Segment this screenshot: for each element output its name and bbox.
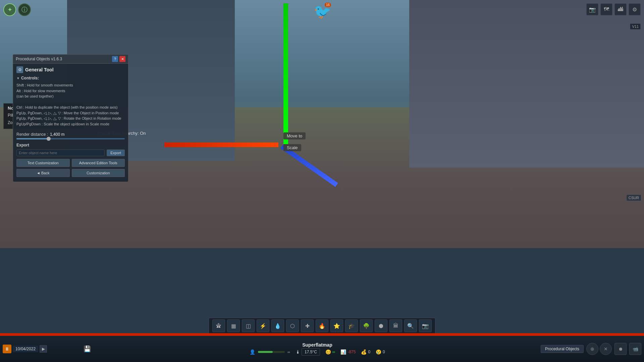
chirper[interactable]: 🐦 16 (314, 3, 330, 20)
customization-button[interactable]: Customization (72, 169, 125, 177)
population-icon: 👤 (250, 349, 255, 355)
action-buttons-row1: Text Customization Advanced Edition Tool… (16, 159, 125, 167)
menu-search[interactable]: 🔍 (404, 319, 417, 332)
tool-icon: ⚙ (16, 66, 23, 73)
menu-monuments[interactable]: 🏛 (389, 319, 402, 332)
pause-button[interactable]: ⏸ (3, 345, 11, 353)
camera-btn[interactable]: 📷 (586, 3, 598, 15)
menu-fire[interactable]: 🔥 (316, 319, 328, 332)
taskbar-nav: ⊕ ✕ (586, 343, 612, 355)
demand-stat: 📊 -875 (340, 349, 356, 355)
happiness-stat: 😊 ∞ (325, 349, 335, 355)
taskbar-right-area: Procedural Objects ⊕ ✕ ⏺ 📹 (541, 343, 644, 355)
top-left-controls: ✦ ⓘ (3, 3, 31, 16)
csur-badge: CSUR (626, 194, 641, 201)
happiness-icon: 😊 (325, 349, 331, 355)
info-button[interactable]: ⓘ (18, 3, 31, 16)
general-tool-title: General Tool (25, 67, 54, 72)
render-distance-value: 1,400 m (50, 132, 64, 137)
building-right (409, 0, 644, 168)
panel-title: Procedural Objects v1.6.3 (16, 57, 62, 61)
po-panel: Procedural Objects v1.6.3 ? ✕ ⚙ General … (13, 54, 128, 182)
controls-scroll-area[interactable]: Shift : Hold for smooth movements Alt : … (16, 82, 125, 129)
bulldoze-button[interactable]: ✦ (3, 3, 16, 16)
city-name: Superflatmap (302, 342, 332, 348)
taskbar-stats: 👤 ∞ 🌡 17.5°C 😊 ∞ 📊 -875 💰 0 😢 (250, 348, 385, 356)
speed-forward-button[interactable]: ▶ (40, 345, 47, 353)
money-value: 0 (368, 350, 370, 354)
controls-header: ▼ Controls: (16, 76, 125, 80)
export-input[interactable] (16, 149, 105, 156)
taskbar-left: ⏸ 10/04/2022 ▶ (0, 345, 80, 353)
money-icon: 💰 (361, 349, 367, 355)
temperature-stat: 🌡 17.5°C (296, 348, 320, 356)
menu-water[interactable]: 💧 (271, 319, 284, 332)
temperature-value: 17.5°C (302, 348, 320, 356)
procedural-objects-button[interactable]: Procedural Objects (541, 345, 584, 353)
mood-icon: 😢 (376, 349, 381, 355)
menu-police[interactable]: ⭐ (330, 319, 343, 332)
controls-text: Shift : Hold for smooth movements Alt : … (16, 82, 125, 127)
population-value: ∞ (287, 350, 290, 354)
taskbar: ⏸ 10/04/2022 ▶ 💾 Superflatmap 👤 ∞ 🌡 17.5… (0, 335, 644, 362)
date-display: 10/04/2022 (13, 346, 38, 352)
menu-services[interactable]: ⬡ (286, 319, 299, 332)
axis-green (283, 3, 288, 144)
text-customization-button[interactable]: Text Customization (16, 159, 70, 167)
menu-education[interactable]: 🎓 (345, 319, 358, 332)
menu-icons-bar: 🛣 ▦ ◫ ⚡ 💧 ⬡ ✚ 🔥 ⭐ 🎓 🌳 ⬢ 🏛 🔍 📷 (209, 318, 435, 334)
population-stat: 👤 ∞ (250, 349, 290, 355)
controls-label: Controls: (21, 76, 39, 80)
taskbar-center: Superflatmap 👤 ∞ 🌡 17.5°C 😊 ∞ 📊 -875 💰 (94, 342, 541, 356)
happiness-value: ∞ (332, 350, 335, 354)
demand-icon: 📊 (340, 349, 346, 355)
version-badge: V11 (630, 23, 641, 29)
export-label: Export (16, 143, 125, 147)
temperature-icon: 🌡 (296, 349, 300, 355)
mood-value: 0 (383, 350, 385, 354)
menu-screenshot[interactable]: 📷 (419, 319, 432, 332)
menu-parks[interactable]: 🌳 (360, 319, 373, 332)
menu-zones[interactable]: ▦ (227, 319, 240, 332)
chirper-count: 16 (325, 3, 331, 7)
top-right-controls: 📷 🗺 🏙 ⚙ (586, 3, 641, 15)
menu-healthcare[interactable]: ✚ (301, 319, 314, 332)
camera-record-button[interactable]: 📹 (629, 343, 641, 355)
nav-zoom-button[interactable]: ⊕ (586, 343, 598, 355)
settings-btn[interactable]: ⚙ (629, 3, 641, 15)
money-stat: 💰 0 (361, 349, 370, 355)
menu-landscape[interactable]: ⬢ (375, 319, 387, 332)
general-tool-header: ⚙ General Tool (16, 66, 125, 73)
back-button[interactable]: ◄ Back (16, 169, 70, 177)
render-distance-row: Render distance : 1,400 m (16, 132, 125, 137)
advanced-edition-tools-button[interactable]: Advanced Edition Tools (72, 159, 125, 167)
demand-value: -875 (347, 350, 356, 354)
menu-roads[interactable]: 🛣 (212, 319, 225, 332)
action-buttons-row2: ◄ Back Customization (16, 169, 125, 177)
render-distance-label: Render distance : (16, 132, 48, 137)
export-row: Export (16, 149, 125, 156)
nav-move-button[interactable]: ✕ (600, 343, 612, 355)
panel-help-button[interactable]: ? (112, 56, 118, 62)
mood-stat: 😢 0 (376, 349, 385, 355)
dlc-btn[interactable]: 🏙 (614, 3, 627, 15)
scale-tooltip: Scale (283, 144, 301, 151)
menu-electricity[interactable]: ⚡ (257, 319, 269, 332)
menu-districts[interactable]: ◫ (242, 319, 255, 332)
panel-close-button[interactable]: ✕ (119, 56, 125, 62)
triangle-icon: ▼ (16, 76, 20, 80)
panel-title-bar: Procedural Objects v1.6.3 ? ✕ (13, 55, 128, 64)
record-button[interactable]: ⏺ (614, 343, 627, 355)
screenshot-btn[interactable]: 🗺 (600, 3, 612, 15)
render-distance-slider[interactable] (16, 138, 125, 139)
save-icon-area[interactable]: 💾 (80, 345, 94, 353)
move-tooltip: Move to (283, 132, 306, 139)
axis-red (164, 142, 278, 147)
panel-controls: ? ✕ (112, 56, 125, 62)
export-button[interactable]: Export (107, 149, 125, 156)
